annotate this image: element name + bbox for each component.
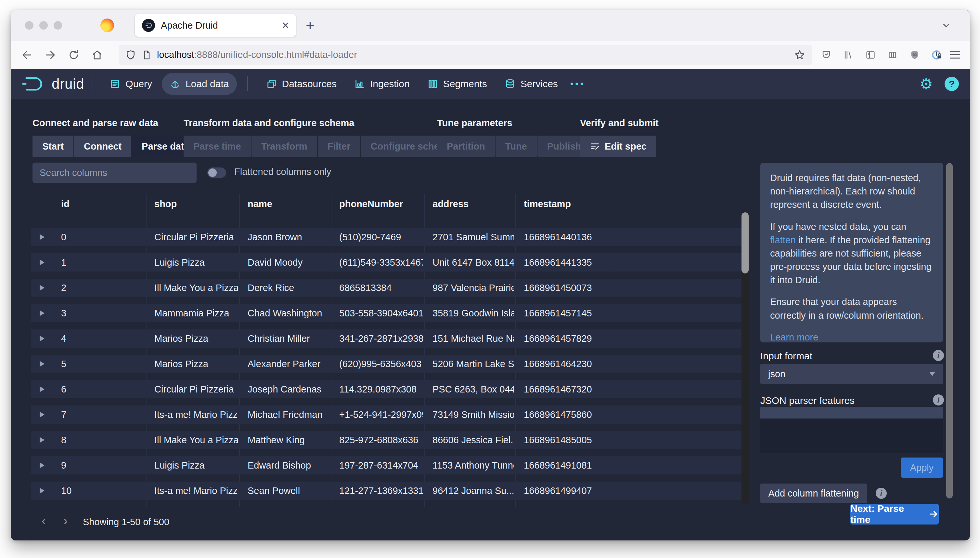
nav-item-load-data[interactable]: Load data <box>162 73 237 95</box>
cell-shop[interactable]: Ill Make You a Pizza You <box>154 279 238 297</box>
cell-timestamp[interactable]: 1668961457829 <box>524 330 607 348</box>
cell-phoneNumber[interactable]: (620)995-6356x403 <box>339 355 423 373</box>
column-header-id[interactable]: id <box>61 199 70 209</box>
cell-address[interactable]: 5206 Martin Lake Sout <box>432 355 514 373</box>
settings-gear-icon[interactable]: ⚙ <box>919 76 933 91</box>
cell-address[interactable]: 1153 Anthony Tunnel <box>432 456 514 474</box>
cell-address[interactable]: 73149 Smith Mission B <box>432 405 514 424</box>
table-row[interactable]: 9Luigis PizzaEdward Bishop197-287-6314x7… <box>31 456 741 474</box>
cell-shop[interactable]: Marios Pizza <box>154 355 238 373</box>
cell-timestamp[interactable]: 1668961467320 <box>524 380 607 398</box>
flattened-columns-toggle[interactable] <box>207 167 226 178</box>
table-row[interactable]: 4Marios PizzaChristian Miller341-267-287… <box>31 330 741 348</box>
cell-name[interactable]: Sean Powell <box>248 482 329 500</box>
cell-timestamp[interactable]: 1668961450073 <box>524 279 607 297</box>
parser-features-info-icon[interactable]: i <box>933 394 944 405</box>
cell-id[interactable]: 0 <box>61 228 145 246</box>
containers-icon[interactable] <box>887 49 898 61</box>
cell-phoneNumber[interactable]: (611)549-3353x14675 <box>339 253 423 271</box>
cell-address[interactable]: Unit 6147 Box 8114 DP <box>432 253 514 271</box>
bookmark-star-icon[interactable] <box>794 49 805 61</box>
cell-id[interactable]: 9 <box>61 456 145 474</box>
cell-name[interactable]: Matthew King <box>248 431 329 449</box>
cell-id[interactable]: 2 <box>61 279 145 297</box>
sidebar-icon[interactable] <box>865 49 876 61</box>
next-page-icon[interactable]: › <box>63 514 67 528</box>
cell-phoneNumber[interactable]: (510)290-7469 <box>339 228 423 246</box>
parser-features-area[interactable] <box>760 419 943 453</box>
cell-timestamp[interactable]: 1668961485005 <box>524 431 607 449</box>
flattening-info-icon[interactable]: i <box>876 488 887 499</box>
forward-icon[interactable] <box>44 48 57 61</box>
cell-address[interactable]: 987 Valencia Prairie Ea <box>432 279 514 297</box>
cell-id[interactable]: 8 <box>61 431 145 449</box>
nav-item-services[interactable]: Services <box>497 73 566 95</box>
back-icon[interactable] <box>20 48 33 61</box>
cell-timestamp[interactable]: 1668961441335 <box>524 253 607 271</box>
row-expander-icon[interactable] <box>40 285 44 291</box>
cell-name[interactable]: Chad Washington <box>248 304 329 322</box>
prev-page-icon[interactable]: ‹ <box>42 514 46 528</box>
row-expander-icon[interactable] <box>40 259 44 265</box>
step-button-edit-spec[interactable]: Edit spec <box>580 136 656 157</box>
table-row[interactable]: 2Ill Make You a Pizza YouDerek Rice68658… <box>31 279 741 297</box>
column-header-address[interactable]: address <box>432 199 469 209</box>
page-info-icon[interactable] <box>141 50 152 60</box>
table-row[interactable]: 8Ill Make You a Pizza YouMatthew King825… <box>31 431 741 449</box>
cell-timestamp[interactable]: 1668961475860 <box>524 405 607 424</box>
step-button-tune[interactable]: Tune <box>496 136 537 157</box>
apply-button[interactable]: Apply <box>901 458 943 478</box>
minimize-window-button[interactable] <box>39 21 48 30</box>
table-row[interactable]: 6Circular Pi PizzeriaJoseph Cardenas114.… <box>31 380 741 398</box>
more-menu-icon[interactable]: ••• <box>566 78 590 89</box>
row-expander-icon[interactable] <box>40 336 44 341</box>
cell-address[interactable]: 35819 Goodwin Island <box>432 304 514 322</box>
cell-shop[interactable]: Its-a me! Mario Pizza! <box>154 405 238 424</box>
step-button-parse-time[interactable]: Parse time <box>183 136 251 157</box>
cell-name[interactable]: Joseph Cardenas <box>248 380 329 398</box>
table-row[interactable]: 10Its-a me! Mario Pizza!Sean Powell121-2… <box>31 482 741 500</box>
learn-more-link[interactable]: Learn more <box>770 332 818 342</box>
table-row[interactable]: 0Circular Pi PizzeriaJason Brown(510)290… <box>31 228 741 246</box>
cell-phoneNumber[interactable]: 341-267-2871x2938 <box>339 330 423 348</box>
tracking-shield-icon[interactable] <box>125 49 136 61</box>
cell-name[interactable]: Edward Bishop <box>248 456 329 474</box>
cell-phoneNumber[interactable]: 503-558-3904x6401 <box>339 304 423 322</box>
cell-timestamp[interactable]: 1668961491081 <box>524 456 607 474</box>
nav-item-segments[interactable]: Segments <box>419 73 495 95</box>
cell-address[interactable]: 151 Michael Rue Nanc <box>432 330 514 348</box>
row-expander-icon[interactable] <box>40 310 44 316</box>
cell-name[interactable]: Derek Rice <box>248 279 329 297</box>
column-header-name[interactable]: name <box>248 199 272 209</box>
cell-address[interactable]: 86606 Jessica Fiel...••• <box>432 431 514 449</box>
row-expander-icon[interactable] <box>40 234 44 240</box>
cell-id[interactable]: 10 <box>61 482 145 500</box>
row-expander-icon[interactable] <box>40 437 44 443</box>
cell-phoneNumber[interactable]: 197-287-6314x704 <box>339 456 423 474</box>
table-row[interactable]: 3Mammamia PizzaChad Washington503-558-39… <box>31 304 741 322</box>
home-icon[interactable] <box>91 48 104 61</box>
reload-icon[interactable] <box>67 48 80 61</box>
table-scrollbar-thumb[interactable] <box>741 212 749 274</box>
row-expander-icon[interactable] <box>40 386 44 392</box>
row-expander-icon[interactable] <box>40 361 44 367</box>
cell-phoneNumber[interactable]: 825-972-6808x636 <box>339 431 423 449</box>
cell-shop[interactable]: Circular Pi Pizzeria <box>154 380 238 398</box>
cell-phoneNumber[interactable]: 6865813384 <box>339 279 423 297</box>
column-header-timestamp[interactable]: timestamp <box>524 199 571 209</box>
cell-phoneNumber[interactable]: 121-277-1369x1331 <box>339 482 423 500</box>
row-expander-icon[interactable] <box>40 412 44 417</box>
new-tab-button[interactable]: + <box>306 18 314 33</box>
cell-timestamp[interactable]: 1668961464230 <box>524 355 607 373</box>
cell-phoneNumber[interactable]: 114.329.0987x308 <box>339 380 423 398</box>
cell-name[interactable]: Michael Friedman <box>248 405 329 424</box>
cell-id[interactable]: 6 <box>61 380 145 398</box>
cell-shop[interactable]: Mammamia Pizza <box>154 304 238 322</box>
url-bar[interactable]: localhost:8888/unified-console.html#data… <box>119 45 812 65</box>
row-expander-icon[interactable] <box>40 488 44 494</box>
cell-shop[interactable]: Luigis Pizza <box>154 456 238 474</box>
column-header-shop[interactable]: shop <box>154 199 177 209</box>
step-button-start[interactable]: Start <box>33 136 74 157</box>
pocket-icon[interactable] <box>820 49 832 61</box>
cell-shop[interactable]: Circular Pi Pizzeria <box>154 228 238 246</box>
